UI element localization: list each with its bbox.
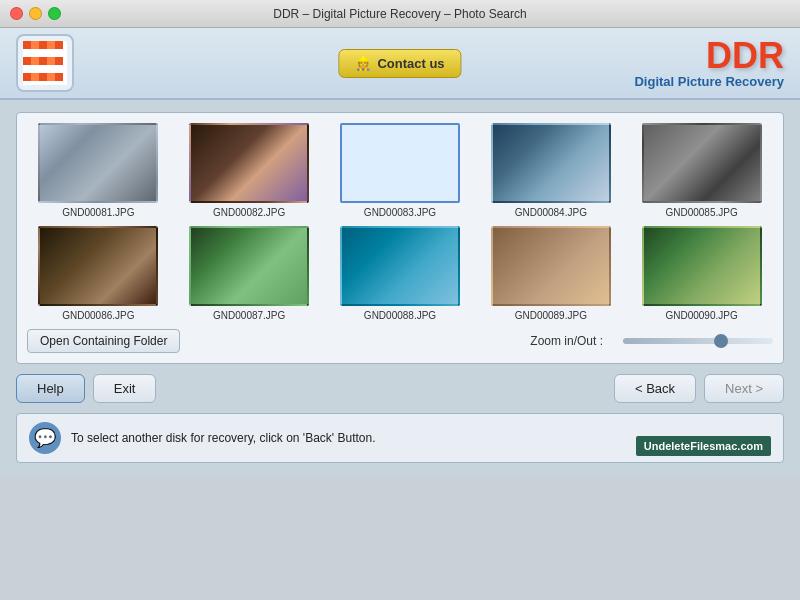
- photo-image: [40, 228, 156, 304]
- svg-rect-4: [47, 41, 55, 49]
- next-button[interactable]: Next >: [704, 374, 784, 403]
- photo-filename: GND00089.JPG: [515, 310, 587, 321]
- open-folder-button[interactable]: Open Containing Folder: [27, 329, 180, 353]
- photo-item[interactable]: GND00083.JPG: [329, 123, 472, 218]
- photo-item[interactable]: GND00087.JPG: [178, 226, 321, 321]
- photo-item[interactable]: GND00086.JPG: [27, 226, 170, 321]
- photo-image: [342, 228, 458, 304]
- exit-button[interactable]: Exit: [93, 374, 157, 403]
- photo-thumbnail: [38, 226, 158, 306]
- watermark: UndeleteFilesmac.com: [636, 436, 771, 456]
- svg-rect-7: [31, 49, 39, 57]
- svg-rect-10: [55, 49, 63, 57]
- back-button[interactable]: < Back: [614, 374, 696, 403]
- logo-checkerboard-icon: [23, 41, 67, 85]
- svg-rect-6: [23, 49, 31, 57]
- svg-rect-17: [23, 65, 31, 73]
- svg-rect-20: [47, 65, 55, 73]
- zoom-thumb: [714, 334, 728, 348]
- svg-rect-14: [39, 57, 47, 65]
- window-controls: [10, 7, 61, 20]
- photo-filename: GND00083.JPG: [364, 207, 436, 218]
- zoom-slider[interactable]: [623, 338, 773, 344]
- brand-subtitle: Digital Picture Recovery: [634, 74, 784, 89]
- photo-thumbnail: [38, 123, 158, 203]
- main-content: GND00081.JPGGND00082.JPGGND00083.JPGGND0…: [0, 100, 800, 475]
- photo-thumbnail: [642, 123, 762, 203]
- svg-rect-11: [63, 49, 67, 57]
- svg-rect-22: [23, 73, 31, 81]
- close-button[interactable]: [10, 7, 23, 20]
- photo-filename: GND00087.JPG: [213, 310, 285, 321]
- photo-grid: GND00081.JPGGND00082.JPGGND00083.JPGGND0…: [27, 123, 773, 321]
- photo-image: [40, 125, 156, 201]
- photo-image: [644, 228, 760, 304]
- svg-rect-25: [47, 73, 55, 81]
- photo-image: [644, 125, 760, 201]
- svg-rect-2: [31, 41, 39, 49]
- svg-rect-27: [23, 81, 31, 85]
- svg-rect-13: [31, 57, 39, 65]
- contact-button[interactable]: 👷 Contact us: [338, 49, 461, 78]
- photo-image: [493, 125, 609, 201]
- svg-rect-9: [47, 49, 55, 57]
- photo-filename: GND00081.JPG: [62, 207, 134, 218]
- photo-filename: GND00082.JPG: [213, 207, 285, 218]
- contact-label: Contact us: [377, 56, 444, 71]
- status-message: To select another disk for recovery, cli…: [71, 431, 376, 445]
- svg-rect-18: [31, 65, 39, 73]
- photo-panel: GND00081.JPGGND00082.JPGGND00083.JPGGND0…: [16, 112, 784, 364]
- svg-rect-19: [39, 65, 47, 73]
- photo-item[interactable]: GND00082.JPG: [178, 123, 321, 218]
- window-title: DDR – Digital Picture Recovery – Photo S…: [273, 7, 526, 21]
- svg-rect-15: [47, 57, 55, 65]
- brand: DDR Digital Picture Recovery: [634, 38, 784, 89]
- photo-item[interactable]: GND00090.JPG: [630, 226, 773, 321]
- help-button[interactable]: Help: [16, 374, 85, 403]
- brand-name: DDR: [634, 38, 784, 74]
- photo-thumbnail: [491, 123, 611, 203]
- svg-rect-5: [55, 41, 63, 49]
- logo: [16, 34, 74, 92]
- zoom-label: Zoom in/Out :: [530, 334, 603, 348]
- photo-item[interactable]: GND00084.JPG: [479, 123, 622, 218]
- person-icon: 👷: [355, 56, 371, 71]
- photo-thumbnail: [642, 226, 762, 306]
- photo-image: [191, 125, 307, 201]
- photo-item[interactable]: GND00085.JPG: [630, 123, 773, 218]
- svg-rect-8: [39, 49, 47, 57]
- photo-image: [191, 228, 307, 304]
- photo-item[interactable]: GND00081.JPG: [27, 123, 170, 218]
- navigation-row: Help Exit < Back Next >: [16, 374, 784, 403]
- svg-rect-1: [23, 41, 31, 49]
- photo-filename: GND00084.JPG: [515, 207, 587, 218]
- svg-rect-16: [55, 57, 63, 65]
- photo-item[interactable]: GND00088.JPG: [329, 226, 472, 321]
- svg-rect-23: [31, 73, 39, 81]
- header: 👷 Contact us DDR Digital Picture Recover…: [0, 28, 800, 100]
- title-bar: DDR – Digital Picture Recovery – Photo S…: [0, 0, 800, 28]
- svg-rect-3: [39, 41, 47, 49]
- minimize-button[interactable]: [29, 7, 42, 20]
- photo-thumbnail: [189, 123, 309, 203]
- photo-thumbnail: [340, 123, 460, 203]
- maximize-button[interactable]: [48, 7, 61, 20]
- photo-thumbnail: [491, 226, 611, 306]
- photo-item[interactable]: GND00089.JPG: [479, 226, 622, 321]
- photo-filename: GND00088.JPG: [364, 310, 436, 321]
- photo-filename: GND00085.JPG: [665, 207, 737, 218]
- svg-rect-12: [23, 57, 31, 65]
- photo-thumbnail: [189, 226, 309, 306]
- status-icon: 💬: [29, 422, 61, 454]
- photo-image: [493, 228, 609, 304]
- svg-rect-26: [55, 73, 63, 81]
- svg-rect-28: [31, 81, 39, 85]
- photo-filename: GND00090.JPG: [665, 310, 737, 321]
- svg-rect-24: [39, 73, 47, 81]
- panel-footer: Open Containing Folder Zoom in/Out :: [27, 329, 773, 353]
- photo-thumbnail: [340, 226, 460, 306]
- photo-filename: GND00086.JPG: [62, 310, 134, 321]
- svg-rect-21: [55, 65, 63, 73]
- photo-image: [342, 125, 458, 201]
- status-bar: 💬 To select another disk for recovery, c…: [16, 413, 784, 463]
